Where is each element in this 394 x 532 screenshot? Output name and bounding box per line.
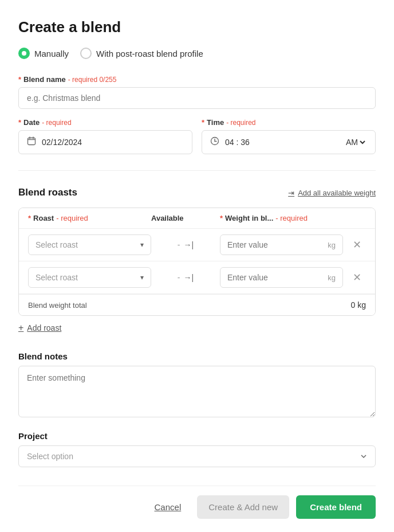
blend-total-value: 0 kg — [351, 300, 366, 310]
blend-roasts-section: Blend roasts ⇥ Add all available weight … — [18, 187, 376, 333]
mode-selector: Manually With post-roast blend profile — [18, 48, 376, 59]
blend-name-field: * Blend name - required 0/255 — [18, 75, 376, 109]
section-divider — [18, 170, 376, 171]
weight-input-wrapper-1: kg — [220, 234, 343, 255]
add-all-available-button[interactable]: ⇥ Add all available weight — [288, 189, 376, 197]
blend-name-input[interactable] — [18, 87, 376, 109]
col-available-header: Available — [151, 214, 220, 222]
col-roast-header: * Roast - required — [28, 214, 151, 222]
roasts-table: * Roast - required Available * Weight in… — [18, 208, 376, 316]
manually-option[interactable]: Manually — [18, 48, 69, 59]
time-value: 04 : 36 — [225, 138, 338, 147]
time-input-wrapper[interactable]: 04 : 36 AM PM — [202, 130, 376, 154]
post-roast-radio[interactable] — [80, 48, 92, 59]
available-arrow-icon-2: →| — [184, 273, 194, 282]
plus-icon: + — [18, 323, 23, 333]
date-value: 02/12/2024 — [42, 138, 82, 147]
roast-row: Select roast ▾ - →| kg ✕ — [19, 229, 375, 261]
add-roast-label: Add roast — [27, 323, 61, 332]
blend-name-required: - required 0/255 — [68, 76, 117, 84]
available-arrow-icon-1: →| — [184, 240, 194, 249]
blend-notes-title: Blend notes — [18, 351, 376, 361]
available-value-1: - — [178, 240, 180, 249]
time-label: * Time - required — [202, 118, 376, 127]
am-pm-select[interactable]: AM PM — [344, 137, 367, 147]
col-remove-header — [343, 214, 366, 222]
remove-row-2-button[interactable]: ✕ — [343, 271, 366, 284]
remove-row-1-button[interactable]: ✕ — [343, 238, 366, 251]
available-cell-1: - →| — [151, 240, 220, 249]
available-cell-2: - →| — [151, 273, 220, 282]
weight-input-2[interactable] — [227, 273, 324, 282]
manually-radio[interactable] — [18, 48, 30, 59]
roast-select-1-placeholder: Select roast — [36, 240, 78, 249]
roasts-table-header: * Roast - required Available * Weight in… — [19, 208, 375, 229]
blend-roasts-header: Blend roasts ⇥ Add all available weight — [18, 187, 376, 198]
cancel-button[interactable]: Cancel — [145, 496, 191, 518]
date-input-wrapper[interactable]: 02/12/2024 — [18, 130, 192, 154]
blend-roasts-title: Blend roasts — [18, 187, 77, 198]
blend-total-label: Blend weight total — [28, 301, 87, 310]
roast-select-1[interactable]: Select roast ▾ — [28, 234, 151, 255]
time-field: * Time - required 04 : 36 AM PM — [202, 118, 376, 154]
kg-label-1: kg — [328, 241, 336, 249]
roast-select-2[interactable]: Select roast ▾ — [28, 267, 151, 288]
kg-label-2: kg — [328, 273, 336, 282]
roast-row: Select roast ▾ - →| kg ✕ — [19, 261, 375, 294]
manually-label: Manually — [34, 49, 69, 58]
date-time-row: * Date - required 02/12/2024 * — [18, 118, 376, 154]
create-blend-card: Create a blend Manually With post-roast … — [0, 0, 394, 532]
blend-name-label: * Blend name - required 0/255 — [18, 75, 376, 84]
date-field: * Date - required 02/12/2024 — [18, 118, 192, 154]
available-value-2: - — [178, 273, 180, 282]
add-all-label: Add all available weight — [298, 189, 376, 197]
create-blend-button[interactable]: Create blend — [296, 495, 376, 519]
project-select[interactable]: Select option — [18, 445, 376, 467]
blend-notes-section: Blend notes — [18, 351, 376, 420]
project-section: Project Select option — [18, 431, 376, 467]
roast-select-2-placeholder: Select roast — [36, 273, 78, 282]
weight-input-wrapper-2: kg — [220, 267, 343, 288]
blend-name-asterisk: * — [18, 75, 21, 84]
add-all-arrow-icon: ⇥ — [288, 189, 294, 197]
post-roast-option[interactable]: With post-roast blend profile — [80, 48, 203, 59]
post-roast-label: With post-roast blend profile — [96, 49, 203, 58]
calendar-icon — [27, 136, 36, 148]
col-weight-header: * Weight in bl... - required — [220, 214, 343, 222]
weight-input-1[interactable] — [227, 240, 324, 249]
time-required: - required — [226, 119, 255, 127]
page-title: Create a blend — [18, 18, 376, 36]
footer: Cancel Create & Add new Create blend — [18, 486, 376, 519]
roast-chevron-2: ▾ — [140, 273, 144, 281]
add-roast-button[interactable]: + Add roast — [18, 323, 376, 333]
create-add-new-button[interactable]: Create & Add new — [197, 495, 289, 519]
roast-chevron-1: ▾ — [140, 241, 144, 249]
date-label: * Date - required — [18, 118, 192, 127]
blend-notes-textarea[interactable] — [18, 366, 376, 417]
clock-icon — [210, 136, 219, 148]
project-title: Project — [18, 431, 376, 441]
blend-total-row: Blend weight total 0 kg — [19, 294, 375, 315]
date-required: - required — [42, 119, 71, 127]
svg-rect-0 — [28, 138, 36, 145]
